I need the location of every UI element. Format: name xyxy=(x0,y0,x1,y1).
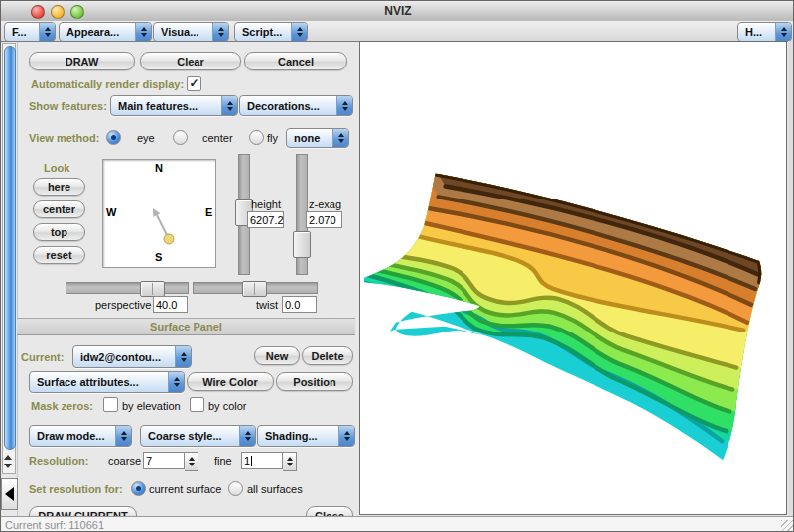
status-text: Current surf: 110661 xyxy=(5,519,104,531)
radio-all-surfaces[interactable] xyxy=(228,481,243,496)
draw-mode-dropdown[interactable]: Draw mode... xyxy=(29,425,132,447)
stepper-icon xyxy=(39,23,55,41)
control-panel: DRAW Clear Cancel Automatically render d… xyxy=(1,41,358,517)
stepper-icon xyxy=(336,96,352,115)
title-bar[interactable]: NVIZ xyxy=(1,1,794,22)
auto-render-checkbox[interactable]: ✓ xyxy=(187,76,201,91)
fine-resolution-input[interactable]: 1 xyxy=(241,452,283,469)
coarse-style-dropdown[interactable]: Coarse style... xyxy=(140,425,256,447)
menu-file[interactable]: F... xyxy=(4,22,56,42)
menu-bar: F... Appeara... Visua... Script... H... xyxy=(1,21,794,42)
main-features-dropdown[interactable]: Main features... xyxy=(110,95,238,116)
look-center-button[interactable]: center xyxy=(33,200,85,218)
stepper-icon xyxy=(221,96,237,115)
stepper-icon xyxy=(135,23,151,41)
height-label: height xyxy=(251,199,281,210)
radio-center-label: center xyxy=(202,132,233,144)
render-canvas[interactable] xyxy=(359,41,787,515)
current-surface-dropdown[interactable]: idw2@contou... xyxy=(72,345,192,368)
view-direction-compass[interactable]: N S W E xyxy=(102,159,216,268)
twist-label: twist xyxy=(256,299,278,311)
position-button[interactable]: Position xyxy=(276,372,353,391)
look-reset-button[interactable]: reset xyxy=(33,246,85,264)
stepper-icon xyxy=(332,129,348,147)
perspective-label: perspective xyxy=(95,299,151,311)
menu-appearance[interactable]: Appeara... xyxy=(59,22,152,42)
mask-by-elevation-checkbox[interactable] xyxy=(103,397,118,412)
surface-attributes-dropdown[interactable]: Surface attributes... xyxy=(29,371,185,393)
stepper-icon xyxy=(239,426,255,446)
fly-mode-dropdown[interactable]: none xyxy=(286,128,349,148)
mask-by-elevation-label: by elevation xyxy=(122,400,181,412)
zexag-slider-handle[interactable] xyxy=(293,231,311,258)
current-surface-label: Current: xyxy=(21,351,64,363)
stepper-icon xyxy=(175,346,191,367)
stepper-icon xyxy=(212,23,228,41)
radio-fly[interactable] xyxy=(249,130,264,145)
decorations-dropdown[interactable]: Decorations... xyxy=(239,95,353,116)
fine-label: fine xyxy=(214,455,232,466)
clear-button[interactable]: Clear xyxy=(140,52,241,70)
delete-surface-button[interactable]: Delete xyxy=(302,346,353,365)
stepper-icon xyxy=(115,426,131,446)
coarse-label: coarse xyxy=(108,455,141,466)
collapse-panel-button[interactable] xyxy=(1,478,18,510)
height-value[interactable]: 6207.2 xyxy=(247,211,284,228)
look-top-button[interactable]: top xyxy=(33,223,85,241)
radio-center[interactable] xyxy=(173,130,188,145)
mask-by-color-checkbox[interactable] xyxy=(190,397,204,412)
radio-all-surfaces-label: all surfaces xyxy=(247,483,303,495)
radio-current-surface-label: current surface xyxy=(149,483,221,495)
terrain-surface xyxy=(360,42,786,514)
look-here-button[interactable]: here xyxy=(33,178,85,196)
cancel-button[interactable]: Cancel xyxy=(244,52,347,70)
window-right-gutter xyxy=(788,41,794,516)
new-surface-button[interactable]: New xyxy=(254,346,300,365)
scrollbar-arrows-icon[interactable] xyxy=(2,451,14,472)
radio-eye[interactable] xyxy=(106,130,121,145)
set-resolution-label: Set resolution for: xyxy=(29,483,123,495)
resize-grip-icon[interactable] xyxy=(781,520,794,532)
auto-render-label: Automatically render display: xyxy=(31,78,184,90)
show-features-label: Show features: xyxy=(29,100,107,112)
stepper-icon xyxy=(291,23,307,41)
coarse-resolution-input[interactable]: 7 xyxy=(143,452,185,469)
mask-zeros-label: Mask zeros: xyxy=(31,400,93,412)
draw-button[interactable]: DRAW xyxy=(29,52,135,70)
shading-dropdown[interactable]: Shading... xyxy=(257,425,355,447)
status-bar: Current surf: 110661 xyxy=(1,516,794,532)
panel-scrollbar-thumb[interactable] xyxy=(4,46,16,450)
surface-panel-header: Surface Panel xyxy=(17,318,355,335)
compass-east-label: E xyxy=(205,206,212,218)
nviz-window: NVIZ F... Appeara... Visua... Script... … xyxy=(0,0,794,532)
panel-divider xyxy=(17,42,18,517)
stepper-icon xyxy=(338,426,354,446)
text-caret xyxy=(251,456,252,466)
compass-south-label: S xyxy=(155,251,162,263)
twist-slider-handle[interactable] xyxy=(242,281,267,297)
coarse-spinner[interactable] xyxy=(185,452,198,471)
perspective-slider[interactable] xyxy=(66,282,189,294)
menu-visualize[interactable]: Visua... xyxy=(153,22,229,42)
compass-west-label: W xyxy=(106,206,116,218)
twist-value[interactable]: 0.0 xyxy=(282,296,317,313)
fine-spinner[interactable] xyxy=(283,452,297,471)
look-label: Look xyxy=(44,162,69,174)
wire-color-button[interactable]: Wire Color xyxy=(187,372,274,391)
view-method-label: View method: xyxy=(29,132,99,144)
perspective-value[interactable]: 40.0 xyxy=(153,296,188,313)
left-triangle-icon xyxy=(5,487,14,501)
menu-help[interactable]: H... xyxy=(737,22,792,42)
zexag-label: z-exag xyxy=(309,199,341,210)
zexag-value[interactable]: 2.070 xyxy=(306,211,342,228)
menu-scripting[interactable]: Script... xyxy=(234,22,308,42)
perspective-slider-handle[interactable] xyxy=(140,281,165,297)
window-title: NVIZ xyxy=(1,4,794,18)
mask-by-color-label: by color xyxy=(208,400,247,412)
radio-eye-label: eye xyxy=(137,132,155,144)
stepper-icon xyxy=(168,372,184,392)
radio-fly-label: fly xyxy=(267,132,278,144)
radio-current-surface[interactable] xyxy=(131,481,146,496)
panel-scrollbar[interactable] xyxy=(2,43,16,474)
stepper-icon xyxy=(775,23,791,41)
